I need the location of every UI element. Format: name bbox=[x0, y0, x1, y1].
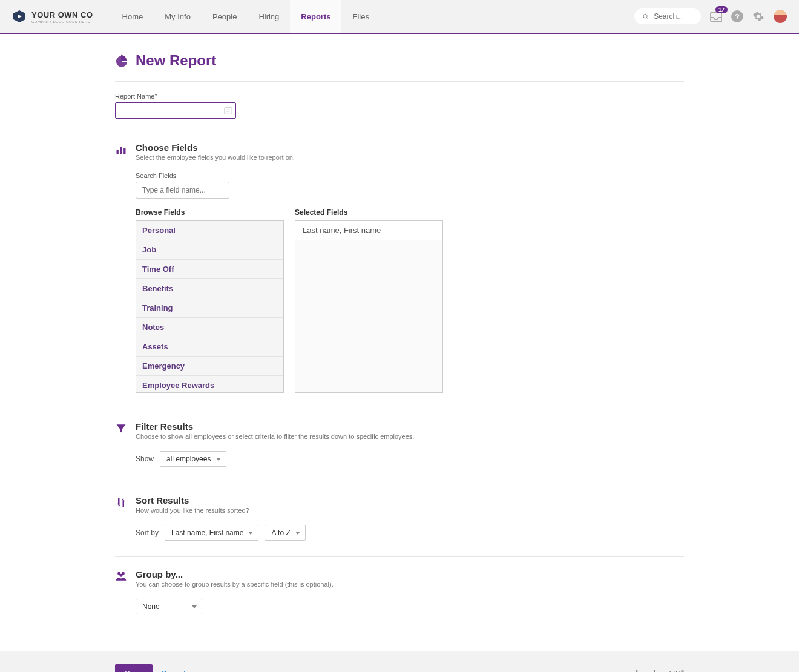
inbox-button[interactable]: 17 bbox=[709, 10, 723, 23]
filter-desc: Choose to show all employees or select c… bbox=[136, 433, 684, 440]
svg-point-2 bbox=[643, 14, 647, 18]
search-fields-input[interactable] bbox=[136, 182, 229, 199]
svg-line-3 bbox=[647, 18, 649, 19]
svg-rect-10 bbox=[123, 148, 125, 154]
nav-files[interactable]: Files bbox=[341, 0, 380, 33]
browse-category-personal[interactable]: Personal bbox=[136, 221, 283, 240]
filter-show-select[interactable]: all employees bbox=[160, 451, 226, 467]
browse-category-assets[interactable]: Assets bbox=[136, 337, 283, 357]
sort-icon bbox=[115, 496, 127, 509]
nav-my-info[interactable]: My Info bbox=[154, 0, 202, 33]
sort-by-label: Sort by bbox=[136, 529, 159, 537]
gear-icon bbox=[752, 10, 764, 22]
logo-hex-icon bbox=[12, 9, 27, 24]
selected-fields-header: Selected Fields bbox=[295, 208, 443, 217]
browse-fields-header: Browse Fields bbox=[136, 208, 284, 217]
browse-category-emergency[interactable]: Emergency bbox=[136, 357, 283, 376]
logo-text: YOUR OWN CO bbox=[31, 10, 93, 19]
browse-fields-list[interactable]: Personal Job Time Off Benefits Training … bbox=[136, 220, 284, 393]
group-desc: You can choose to group results by a spe… bbox=[136, 581, 684, 588]
global-search-input[interactable] bbox=[654, 12, 692, 21]
browse-category-employee-rewards[interactable]: Employee Rewards bbox=[136, 376, 283, 393]
browse-category-job[interactable]: Job bbox=[136, 240, 283, 260]
footer: Save Cancel bambooHR® bbox=[0, 651, 799, 672]
svg-rect-8 bbox=[117, 150, 119, 154]
inbox-badge: 17 bbox=[715, 6, 728, 13]
sort-desc: How would you like the results sorted? bbox=[136, 507, 684, 514]
browse-category-training[interactable]: Training bbox=[136, 298, 283, 318]
main-nav: Home My Info People Hiring Reports Files bbox=[111, 0, 380, 33]
svg-rect-9 bbox=[120, 147, 122, 154]
filter-title: Filter Results bbox=[136, 421, 684, 432]
selected-fields-list[interactable]: Last name, First name bbox=[295, 220, 443, 393]
browse-category-benefits[interactable]: Benefits bbox=[136, 279, 283, 298]
pie-chart-icon bbox=[115, 54, 128, 67]
topbar: YOUR OWN CO COMPANY LOGO GOES HERE Home … bbox=[0, 0, 799, 34]
group-title: Group by... bbox=[136, 569, 684, 579]
choose-fields-title: Choose Fields bbox=[136, 142, 684, 153]
selected-field-item[interactable]: Last name, First name bbox=[295, 221, 442, 240]
user-avatar[interactable] bbox=[774, 10, 787, 23]
group-by-select[interactable]: None bbox=[136, 599, 202, 614]
page-header: New Report bbox=[115, 52, 684, 82]
nav-home[interactable]: Home bbox=[111, 0, 154, 33]
bar-chart-icon bbox=[115, 143, 127, 156]
help-button[interactable]: ? bbox=[731, 10, 743, 22]
nav-people[interactable]: People bbox=[202, 0, 248, 33]
footer-brand: bambooHR® bbox=[636, 669, 684, 673]
report-name-input[interactable] bbox=[115, 102, 236, 119]
svg-point-13 bbox=[120, 574, 123, 577]
page-title: New Report bbox=[136, 52, 216, 69]
cancel-button[interactable]: Cancel bbox=[161, 669, 185, 672]
search-fields-label: Search Fields bbox=[136, 172, 684, 179]
input-suffix-icon bbox=[224, 107, 232, 115]
sort-field-select[interactable]: Last name, First name bbox=[165, 525, 258, 541]
browse-category-time-off[interactable]: Time Off bbox=[136, 260, 283, 279]
svg-rect-4 bbox=[711, 13, 722, 21]
filter-show-label: Show bbox=[136, 455, 154, 463]
settings-button[interactable] bbox=[752, 10, 765, 23]
svg-rect-5 bbox=[225, 107, 232, 114]
browse-category-notes[interactable]: Notes bbox=[136, 318, 283, 337]
group-icon bbox=[115, 570, 127, 582]
sort-title: Sort Results bbox=[136, 495, 684, 506]
nav-reports[interactable]: Reports bbox=[290, 0, 341, 33]
choose-fields-desc: Select the employee fields you would lik… bbox=[136, 154, 684, 161]
sort-direction-select[interactable]: A to Z bbox=[265, 525, 305, 541]
global-search[interactable] bbox=[634, 8, 701, 24]
nav-hiring[interactable]: Hiring bbox=[248, 0, 290, 33]
filter-icon bbox=[115, 423, 127, 435]
search-icon bbox=[643, 13, 649, 21]
report-name-label: Report Name* bbox=[115, 93, 684, 100]
company-logo[interactable]: YOUR OWN CO COMPANY LOGO GOES HERE bbox=[12, 9, 93, 24]
logo-tagline: COMPANY LOGO GOES HERE bbox=[31, 20, 93, 24]
save-button[interactable]: Save bbox=[115, 664, 153, 672]
